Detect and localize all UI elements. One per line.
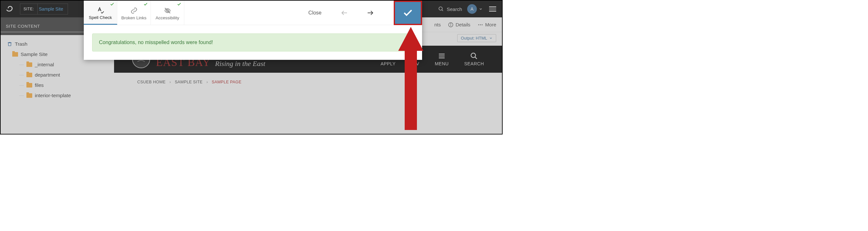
more-button[interactable]: More xyxy=(477,22,496,28)
svg-point-6 xyxy=(478,24,479,25)
breadcrumb-item[interactable]: CSUEB HOME xyxy=(137,80,165,84)
prev-button[interactable] xyxy=(339,7,350,18)
svg-line-16 xyxy=(475,57,477,59)
chevron-down-icon xyxy=(479,7,483,11)
search-icon xyxy=(438,6,444,12)
output-selector[interactable]: Output: HTML xyxy=(457,34,496,42)
folder-label: department xyxy=(35,72,60,78)
details-button[interactable]: Details xyxy=(448,22,470,28)
modal-tab-bar: Spell Check Broken Links Accessibility C… xyxy=(84,1,422,25)
site-static-label: SITE: xyxy=(20,7,37,11)
search-icon xyxy=(470,52,478,60)
eye-slash-icon xyxy=(163,7,172,14)
next-button[interactable] xyxy=(365,7,376,18)
breadcrumb: CSUEB HOME › SAMPLE SITE › SAMPLE PAGE xyxy=(114,73,502,91)
chevron-right-icon: › xyxy=(169,80,171,84)
folder-icon xyxy=(26,93,32,98)
user-menu[interactable]: A xyxy=(467,4,483,14)
folder-row[interactable]: interior-template xyxy=(1,90,114,101)
spell-check-icon xyxy=(96,7,105,14)
brand-tagline: Rising in the East xyxy=(215,60,266,68)
breadcrumb-item[interactable]: SAMPLE SITE xyxy=(175,80,202,84)
comments-button[interactable]: nts xyxy=(434,22,441,27)
svg-point-8 xyxy=(482,24,483,25)
tab-spell-check[interactable]: Spell Check xyxy=(84,1,117,25)
svg-line-1 xyxy=(442,10,443,11)
check-icon xyxy=(402,7,413,18)
chevron-right-icon: › xyxy=(207,80,208,84)
breadcrumb-current: SAMPLE PAGE xyxy=(212,80,241,84)
info-icon xyxy=(448,22,454,28)
close-button[interactable]: Close xyxy=(306,10,324,16)
svg-point-7 xyxy=(480,24,481,25)
check-icon xyxy=(110,2,114,7)
check-icon xyxy=(177,2,181,7)
check-icon xyxy=(144,2,148,7)
arrow-right-icon xyxy=(366,9,374,17)
chevron-down-icon xyxy=(489,36,493,40)
svg-point-15 xyxy=(471,53,475,57)
folder-icon xyxy=(26,73,32,77)
tab-accessibility[interactable]: Accessibility xyxy=(151,1,184,25)
nav-menu[interactable]: MENU xyxy=(435,52,448,66)
main-menu-button[interactable] xyxy=(488,5,497,13)
nav-search[interactable]: SEARCH xyxy=(464,52,484,66)
site-name[interactable]: Sample Site xyxy=(37,4,68,14)
tab-broken-links[interactable]: Broken Links xyxy=(117,1,151,25)
folder-label: files xyxy=(35,82,44,88)
svg-point-0 xyxy=(439,7,443,10)
avatar: A xyxy=(467,4,477,14)
success-message: Congratulations, no misspelled words wer… xyxy=(92,34,414,51)
global-search[interactable]: Search xyxy=(438,6,462,12)
app-logo-icon[interactable] xyxy=(5,4,14,13)
folder-row[interactable]: department xyxy=(1,70,114,80)
search-label: Search xyxy=(446,6,462,12)
folder-icon xyxy=(26,83,32,87)
folder-label: interior-template xyxy=(35,93,71,99)
folder-row[interactable]: files xyxy=(1,80,114,90)
arrow-left-icon xyxy=(341,9,348,17)
svg-point-5 xyxy=(451,24,451,24)
site-selector[interactable]: SITE: Sample Site xyxy=(20,4,68,14)
check-content-modal: Spell Check Broken Links Accessibility C… xyxy=(84,1,422,60)
folder-row[interactable]: _internal xyxy=(1,60,114,70)
folder-label: _internal xyxy=(35,62,54,68)
done-button[interactable] xyxy=(394,1,422,25)
ellipsis-icon xyxy=(477,22,483,28)
folder-icon xyxy=(26,63,32,67)
link-icon xyxy=(129,7,138,14)
menu-icon xyxy=(438,52,445,60)
